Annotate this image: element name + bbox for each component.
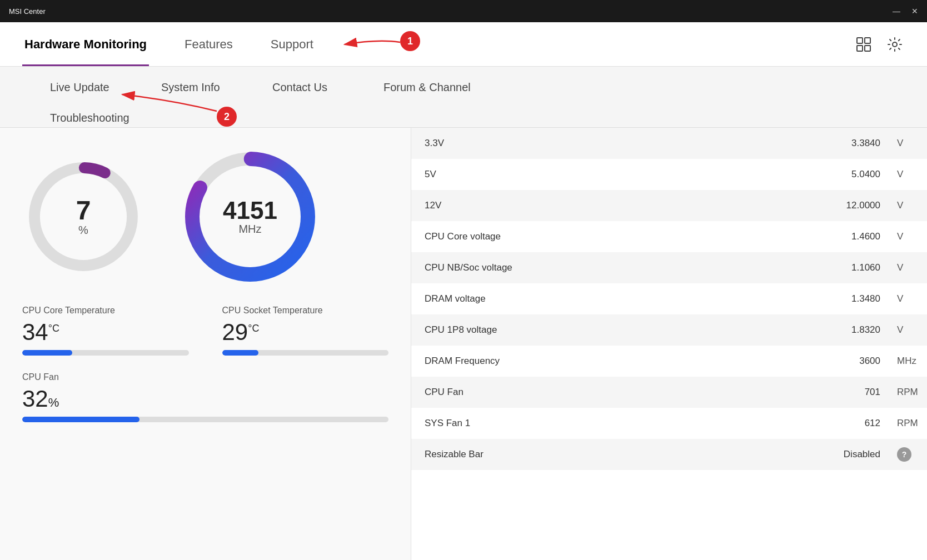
question-icon[interactable]: ? [897, 447, 911, 462]
metric-label: 12V [411, 190, 830, 221]
cpu-freq-gauge: 4151 MHz [178, 144, 322, 289]
cpu-socket-temp-value: 29°C [222, 319, 389, 346]
table-row: CPU 1P8 voltage1.8320V [411, 314, 927, 346]
metric-value: 3600 [830, 346, 894, 377]
minimize-button[interactable]: — [893, 7, 900, 16]
table-row: 5V5.0400V [411, 159, 927, 190]
temperatures-section: CPU Core Temperature 34°C CPU Socket Tem… [22, 306, 388, 356]
cpu-fan-bar [22, 417, 388, 422]
table-row: CPU Core voltage1.4600V [411, 221, 927, 252]
metric-label: DRAM Frequency [411, 346, 830, 377]
metrics-table: 3.3V3.3840V5V5.0400V12V12.0000VCPU Core … [411, 128, 927, 470]
content-area: 7 % [0, 128, 927, 560]
metric-unit: RPM [894, 377, 927, 408]
sub-nav: Live Update System Info Contact Us Forum… [0, 67, 927, 128]
settings-icon[interactable] [885, 34, 905, 54]
metric-label: CPU Fan [411, 377, 830, 408]
left-panel: 7 % [0, 128, 411, 560]
metric-value: 12.0000 [830, 190, 894, 221]
metric-unit: V [894, 128, 927, 159]
metric-label: DRAM voltage [411, 283, 830, 314]
metric-unit: V [894, 159, 927, 190]
metric-unit: ? [894, 439, 927, 470]
grid-icon[interactable] [854, 34, 874, 54]
metric-label: CPU NB/Soc voltage [411, 252, 830, 283]
nav-right-icons [854, 34, 905, 54]
metric-label: 5V [411, 159, 830, 190]
metric-label: Resizable Bar [411, 439, 830, 470]
table-row: CPU Fan701RPM [411, 377, 927, 408]
table-row: 12V12.0000V [411, 190, 927, 221]
subnav-system-info[interactable]: System Info [144, 72, 256, 103]
metric-label: CPU Core voltage [411, 221, 830, 252]
cpu-fan-value: 32% [22, 386, 388, 412]
main-nav: Hardware Monitoring Features Support [0, 22, 927, 67]
table-row: DRAM voltage1.3480V [411, 283, 927, 314]
metric-value: 1.3480 [830, 283, 894, 314]
metric-value: 1.1060 [830, 252, 894, 283]
tab-hardware-monitoring[interactable]: Hardware Monitoring [22, 22, 149, 66]
metric-unit: V [894, 314, 927, 346]
metric-value: 612 [830, 408, 894, 439]
nav-tabs: Hardware Monitoring Features Support [22, 22, 316, 66]
metric-unit: V [894, 190, 927, 221]
cpu-socket-temp-bar [222, 350, 389, 356]
metric-value: Disabled [830, 439, 894, 470]
metric-label: CPU 1P8 voltage [411, 314, 830, 346]
cpu-core-temp: CPU Core Temperature 34°C [22, 306, 189, 356]
svg-point-4 [893, 42, 897, 47]
subnav-forum-channel[interactable]: Forum & Channel [367, 72, 487, 103]
cpu-socket-temp: CPU Socket Temperature 29°C [222, 306, 389, 356]
cpu-usage-donut: 7 % [22, 156, 144, 278]
table-row: DRAM Frequency3600MHz [411, 346, 927, 377]
cpu-fan-section: CPU Fan 32% [22, 372, 388, 422]
right-panel: 3.3V3.3840V5V5.0400V12V12.0000VCPU Core … [411, 128, 927, 560]
metric-value: 1.8320 [830, 314, 894, 346]
cpu-usage-gauge: 7 % [22, 156, 144, 278]
titlebar: MSI Center — ✕ [0, 0, 927, 22]
metric-unit: V [894, 252, 927, 283]
metric-unit: RPM [894, 408, 927, 439]
svg-rect-1 [865, 38, 870, 43]
subnav-troubleshooting[interactable]: Troubleshooting [33, 103, 894, 133]
metric-value: 5.0400 [830, 159, 894, 190]
svg-rect-0 [857, 38, 863, 43]
tab-features[interactable]: Features [182, 22, 235, 66]
cpu-freq-value: 4151 MHz [223, 198, 277, 236]
metric-unit: V [894, 221, 927, 252]
cpu-usage-value: 7 % [76, 197, 91, 237]
cpu-freq-donut: 4151 MHz [178, 144, 322, 289]
table-row: SYS Fan 1612RPM [411, 408, 927, 439]
metric-unit: MHz [894, 346, 927, 377]
cpu-core-temp-value: 34°C [22, 319, 189, 346]
metric-label: SYS Fan 1 [411, 408, 830, 439]
gauges-row: 7 % [22, 144, 388, 289]
subnav-contact-us[interactable]: Contact Us [256, 72, 367, 103]
subnav-live-update[interactable]: Live Update [33, 72, 144, 103]
table-row: CPU NB/Soc voltage1.1060V [411, 252, 927, 283]
metric-unit: V [894, 283, 927, 314]
svg-rect-2 [857, 46, 863, 51]
tab-support[interactable]: Support [268, 22, 316, 66]
svg-rect-3 [865, 46, 870, 51]
metric-value: 701 [830, 377, 894, 408]
window-controls: — ✕ [893, 7, 918, 16]
app-title: MSI Center [9, 7, 46, 16]
cpu-core-temp-bar [22, 350, 189, 356]
metric-value: 1.4600 [830, 221, 894, 252]
close-button[interactable]: ✕ [911, 7, 918, 16]
table-row: Resizable BarDisabled? [411, 439, 927, 470]
